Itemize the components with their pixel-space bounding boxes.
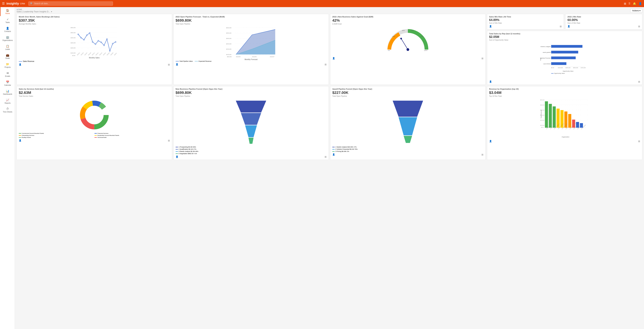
legend-item: 5 Negotiation $882.50 <1% <box>176 153 327 154</box>
crm-label: CRM <box>20 2 25 5</box>
legend-item: 3 Pricing $6.00K 2% <box>332 151 484 152</box>
card-value: $307.35K <box>19 18 170 23</box>
legend-item: 3 Needs Analysis $0.3M 46% <box>176 151 327 152</box>
bar-chart-org: Total Revenue $600,000 $500,000 $400,000… <box>489 98 640 139</box>
legend-item-2: Expected Revenue <box>195 60 212 62</box>
grid-view-icon[interactable]: ▦ <box>324 155 326 158</box>
sidebar-item-timesheets[interactable]: ⏱ Time Sheets <box>0 106 15 115</box>
legend-label: 3 Needs Analysis $0.3M 46% <box>179 151 198 152</box>
sidebar-item-contacts[interactable]: 👤 Contacts <box>0 25 15 34</box>
grid-view-icon[interactable]: ▦ <box>638 140 640 142</box>
card-value: $3.04M <box>489 91 640 95</box>
card-subtitle: Total Open Pipeline <box>332 95 484 97</box>
legend-color <box>176 151 178 152</box>
legend-color <box>176 147 178 147</box>
svg-text:$150,000: $150,000 <box>226 48 231 50</box>
legend-label: Rooftop Panels <box>22 137 31 138</box>
sidebar-item-home[interactable]: 🏠 Home <box>0 7 15 16</box>
grid-view-icon[interactable]: ▦ <box>560 25 562 28</box>
new-business-goal-card: 2022 | New Business Sales Against Goal (… <box>330 14 486 85</box>
card-footer: 👤 ▦ <box>176 155 327 158</box>
grid-view-icon[interactable]: ▦ <box>482 153 484 156</box>
svg-text:Opportunity Value: Opportunity Value <box>563 70 574 72</box>
legend-item: Onboarding Services <box>19 135 94 136</box>
legend-line-2 <box>195 61 198 61</box>
svg-point-14 <box>81 37 82 38</box>
sidebar-item-emails[interactable]: ✉ Emails <box>0 70 15 79</box>
svg-text:2021/11: 2021/11 <box>95 52 99 56</box>
actions-button[interactable]: Actions ▾ <box>630 9 642 13</box>
svg-text:$100,000: $100,000 <box>226 54 231 55</box>
card-subtitle: Total Open Pipeline <box>176 23 327 25</box>
legend-color <box>176 153 178 154</box>
horizontal-bar-chart: Rep Andrea Lodigiani sarah gradoff Melin… <box>489 42 640 80</box>
svg-marker-96 <box>393 101 423 117</box>
grid-view-icon[interactable]: ▦ <box>168 139 170 142</box>
svg-point-22 <box>104 45 105 46</box>
x-axis-label: Monthly Sales <box>19 57 170 59</box>
svg-point-65 <box>406 48 409 51</box>
sidebar-item-calendar[interactable]: 📅 Calendar <box>0 79 15 88</box>
hamburger-icon[interactable]: ☰ <box>2 2 5 6</box>
sidebar: 🏠 Home ✓ Tasks 👤 Contacts 🏢 Organization… <box>0 7 15 329</box>
svg-text:2021/07: 2021/07 <box>84 52 88 56</box>
card-value: $699.80K <box>176 91 327 95</box>
card-value: 42% <box>332 18 484 23</box>
sidebar-item-projects[interactable]: 📁 Projects <box>0 61 15 70</box>
svg-text:Opportunity Value: Opportunity Value <box>554 73 565 74</box>
legend-line-1 <box>176 61 179 61</box>
bell-icon[interactable]: 🔔 <box>633 2 636 5</box>
win-rate-all-card: Sales Win Rate | All Time 64.89% Sum of … <box>487 14 564 30</box>
svg-text:2022/03: 2022/03 <box>110 52 114 56</box>
card-footer: 👤 ▦ <box>489 80 640 83</box>
sidebar-item-leads[interactable]: 📋 Leads <box>0 43 15 52</box>
sidebar-item-label: Projects <box>4 66 11 68</box>
svg-rect-73 <box>551 57 576 59</box>
sidebar-item-deals[interactable]: 💼 Deals <box>0 52 15 61</box>
grid-view-icon[interactable]: ▦ <box>638 25 640 28</box>
svg-marker-92 <box>236 101 266 113</box>
user-avatar[interactable]: 👤 <box>638 2 642 5</box>
funnel-legend: 1 Needs Analysis $40.00K 17% 2 Solution … <box>332 146 484 152</box>
donut-svg <box>79 100 110 130</box>
legend-label: Onboarding Services <box>22 135 34 136</box>
sidebar-item-tasks[interactable]: ✓ Tasks <box>0 16 15 25</box>
svg-text:$500,000: $500,000 <box>540 105 544 106</box>
grid-view-icon[interactable]: ▦ <box>168 63 170 66</box>
legend-label: Sales Revenue <box>23 60 34 62</box>
grid-view-icon[interactable]: ▦ <box>638 80 640 83</box>
grid-view-icon[interactable]: ▦ <box>482 57 484 60</box>
card-value: $2.05M <box>489 35 640 39</box>
svg-text:$700,000: $700,000 <box>580 67 586 68</box>
legend-item: 1 Needs Analysis $40.00K 17% <box>332 146 484 148</box>
sidebar-item-reports[interactable]: 📈 Reports <box>0 97 15 106</box>
legend-label: Commercial Ground Mounted Panels <box>22 133 44 134</box>
card-title: 2022 | Win Rate <box>568 16 640 18</box>
legend-color <box>94 135 97 136</box>
grid-icon[interactable]: ⊞ <box>624 2 626 5</box>
svg-text:$300,000: $300,000 <box>226 38 231 39</box>
search-bar[interactable]: 🔍 <box>28 2 113 6</box>
search-icon: 🔍 <box>30 2 33 5</box>
card-footer: 👤 ▦ <box>19 139 170 142</box>
breadcrumb: HOME <box>16 9 52 11</box>
sidebar-item-organizations[interactable]: 🏢 Organizations <box>0 34 15 43</box>
apps-icon[interactable]: ⠿ <box>628 2 630 5</box>
legend-label: Financial Services <box>97 133 108 134</box>
svg-text:2021/11: 2021/11 <box>92 52 95 56</box>
sidebar-item-dashboards[interactable]: 📊 Dashboards <box>0 88 15 97</box>
search-input[interactable] <box>34 2 111 5</box>
card-value: $699.80K <box>176 18 327 23</box>
sidebar-item-label: Contacts <box>4 31 11 32</box>
main-content: HOME Sales | Leadership Team Insights D.… <box>15 7 644 329</box>
svg-text:$100,000: $100,000 <box>71 53 76 54</box>
grid-view-icon[interactable]: ▦ <box>324 63 326 66</box>
deals-icon: 💼 <box>6 54 9 57</box>
svg-marker-97 <box>398 117 417 135</box>
svg-point-24 <box>109 50 110 52</box>
funnel-svg <box>234 100 268 144</box>
svg-text:2021/12: 2021/12 <box>99 52 102 56</box>
svg-text:2022/4: 2022/4 <box>114 53 117 56</box>
gauge-chart: 0% 20% 40% 60% 80% 100% 140% 120% <box>332 26 484 56</box>
legend-color <box>176 149 178 150</box>
